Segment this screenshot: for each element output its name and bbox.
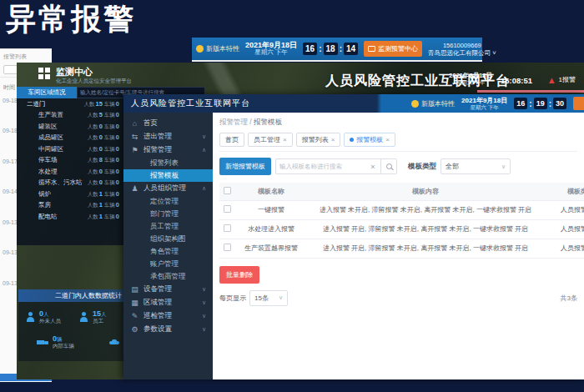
stat-item: 0人外来人员	[25, 309, 68, 324]
clock-display: 16:18:14	[303, 43, 358, 55]
new-version-link[interactable]: 新版本特性	[196, 44, 239, 53]
sidebar-item-定位管理[interactable]: 定位管理	[123, 195, 213, 208]
monitor-center-button[interactable]: 监测预警中心	[364, 41, 422, 57]
main-content: 报警管理 / 报警模板 首页员工管理×报警列表×报警模板× 新增报警模板 × 模…	[213, 113, 584, 379]
sidebar-item-组织架构图[interactable]: 组织架构图	[123, 233, 213, 245]
sidebar-item-报警列表[interactable]: 报警列表	[123, 157, 213, 169]
table-toolbar: 新增报警模板 × 模板类型 全部∨	[219, 158, 577, 175]
column-header: 模板名称	[234, 183, 308, 200]
alarm-list-title: 报警列表	[0, 49, 52, 63]
open-tabs-bar: 首页员工管理×报警列表×报警模板×	[219, 133, 577, 152]
sidebar-item-报警模板[interactable]: 报警模板	[123, 169, 213, 182]
search-button[interactable]	[381, 158, 397, 174]
area-row[interactable]: 中间罐区人数0车辆0	[17, 143, 123, 155]
clock-display: 16:19:30	[514, 98, 566, 109]
sidebar-menu: ⌂首页⇆进出管理∨⚑报警管理∧报警列表报警模板♟人员组织管理∧定位管理部门管理员…	[123, 113, 213, 379]
area-row[interactable]: 泵房人数1车辆0	[17, 200, 123, 212]
tab-首页[interactable]: 首页	[219, 133, 244, 147]
tab-报警列表[interactable]: 报警列表×	[296, 133, 341, 147]
new-version-icon	[196, 45, 204, 53]
row-checkbox[interactable]	[224, 244, 231, 251]
sidebar-item-设备管理[interactable]: ▤设备管理∨	[123, 283, 213, 296]
area-row[interactable]: 锅炉人数1车辆0	[17, 188, 123, 200]
screen-icon	[368, 46, 375, 52]
template-type-select[interactable]: 全部∨	[441, 158, 511, 174]
sidebar-item-首页[interactable]: ⌂首页	[123, 117, 213, 130]
template-search-input[interactable]	[275, 158, 365, 174]
sidebar-item-人员组织管理[interactable]: ♟人员组织管理∧	[123, 182, 213, 195]
template-type-label: 模板类型	[408, 162, 436, 172]
account-menu[interactable]: 15610009669 青岛思远化工有限公司 ˅	[428, 42, 496, 57]
sidebar-item-区域管理[interactable]: ▦区域管理∨	[123, 296, 213, 309]
search-icon	[386, 163, 392, 169]
region-icon: ▦	[130, 299, 139, 307]
new-version-link[interactable]: 新版本特性	[411, 99, 455, 108]
area-status-panel: 二道门人数15车辆0生产装置人数5车辆0罐装区人数0车辆0成品罐区人数0车辆0中…	[17, 98, 123, 245]
monitor-time: 16:08:51	[501, 76, 532, 85]
select-all-checkbox[interactable]	[224, 187, 231, 194]
column-header: 模板内容	[308, 183, 543, 200]
template-search: ×	[275, 158, 397, 174]
sidebar-item-参数设置[interactable]: ⚙参数设置∨	[123, 323, 213, 336]
device-icon: ▤	[130, 285, 139, 294]
alarm-badge[interactable]: ▲ 1报警	[547, 75, 576, 84]
app-subtitle: 化工企业人员定位安全管理平台	[56, 78, 132, 85]
column-header: 模板类型	[543, 183, 584, 200]
table-row[interactable]: 水处理进入报警进入报警 开启, 滞留报警 未开启, 离开报警 未开启, 一键求救…	[219, 219, 584, 239]
clear-search-button[interactable]: ×	[365, 158, 381, 174]
settings-icon: ⚙	[130, 325, 139, 334]
desktop: 异常报警 新版本特性 2021年9月18日 星期六 下午 16:18:14 监测…	[0, 0, 584, 392]
table-row[interactable]: 生产装置越界报警进入报警 开启, 滞留报警 未开启, 离开报警 未开启, 一键求…	[219, 239, 584, 258]
table-row[interactable]: 一键报警进入报警 未开启, 滞留报警 未开启, 离开报警 未开启, 一键求救报警…	[219, 200, 584, 219]
alarm-window-topbar: 新版本特性 2021年9月18日 星期六 下午 16:18:14 监测预警中心 …	[192, 38, 482, 62]
close-tab-icon[interactable]: ×	[331, 136, 335, 143]
person-icon	[78, 312, 89, 322]
area-row[interactable]: 停车场人数8车辆0	[17, 155, 123, 167]
tab-员工管理[interactable]: 员工管理×	[248, 133, 293, 147]
car-icon	[108, 337, 120, 347]
monitor-center-button-clipped[interactable]	[573, 97, 584, 110]
page-size-select[interactable]: 15条∨	[249, 290, 288, 306]
alarm-triangle-icon: ▲	[547, 76, 556, 84]
chevron-down-icon: ∨	[496, 163, 506, 170]
area-row[interactable]: 二道门人数15车辆0	[17, 98, 123, 110]
row-checkbox[interactable]	[224, 205, 231, 213]
active-tab-dot	[350, 138, 354, 142]
area-row[interactable]: 成品罐区人数0车辆0	[17, 133, 123, 144]
area-row[interactable]: 罐装区人数0车辆0	[17, 121, 123, 133]
alarm-flag-icon: ⚑	[130, 146, 139, 154]
area-row[interactable]: 循环水、污水站人数0车辆0	[17, 178, 123, 189]
template-table: 模板名称模板内容模板类型一键报警进入报警 未开启, 滞留报警 未开启, 离开报警…	[219, 183, 584, 259]
risk-platform-window: 人员风险管控工业互联网平台 新版本特性 2021年9月18日 星期六 下午 16…	[123, 94, 584, 379]
area-row[interactable]: 水处理人数0车辆0	[17, 166, 123, 178]
close-tab-icon[interactable]: ×	[385, 136, 390, 143]
batch-delete-button[interactable]: 批量删除	[219, 266, 259, 284]
front-topbar-widgets: 新版本特性 2021年9月18日 星期六 下午 16:19:30	[411, 97, 584, 111]
stat-item: 15人员工	[78, 309, 122, 324]
date-display: 2021年9月18日 星期六 下午	[245, 41, 297, 57]
area-row[interactable]: 生产装置人数5车辆0	[17, 110, 123, 122]
sidebar-item-进出管理[interactable]: ⇆进出管理∨	[123, 130, 213, 143]
alarm-red-bar	[477, 90, 584, 93]
area-row[interactable]: 配电站人数1车辆0	[17, 211, 123, 223]
close-tab-icon[interactable]: ×	[283, 136, 287, 143]
app-name: 监测中心	[56, 66, 93, 78]
row-checkbox[interactable]	[224, 224, 231, 232]
sidebar-item-账户管理[interactable]: 账户管理	[123, 258, 213, 270]
sidebar-item-员工管理[interactable]: 员工管理	[123, 220, 213, 233]
sidebar-item-部门管理[interactable]: 部门管理	[123, 208, 213, 220]
page-title: 异常报警	[6, 0, 136, 38]
front-titlebar: 人员风险管控工业互联网平台 新版本特性 2021年9月18日 星期六 下午 16…	[123, 94, 584, 113]
home-icon: ⌂	[130, 119, 139, 128]
sidebar-item-承包商管理[interactable]: 承包商管理	[123, 270, 213, 283]
sidebar-item-报警管理[interactable]: ⚑报警管理∧	[123, 143, 213, 157]
sidebar-item-巡检管理[interactable]: ✎巡检管理∨	[123, 309, 213, 323]
add-template-button[interactable]: 新增报警模板	[219, 158, 271, 175]
workshop-area-tab[interactable]: 车间区域情况	[17, 87, 77, 98]
stat-item: 0辆内部车辆	[37, 334, 80, 349]
tab-报警模板[interactable]: 报警模板×	[344, 133, 395, 147]
person-icon	[25, 312, 36, 322]
sidebar-item-角色管理[interactable]: 角色管理	[123, 245, 213, 258]
truck-icon	[37, 337, 49, 347]
monitor-date: 2021年9月18日 星期六 下午	[449, 72, 492, 87]
